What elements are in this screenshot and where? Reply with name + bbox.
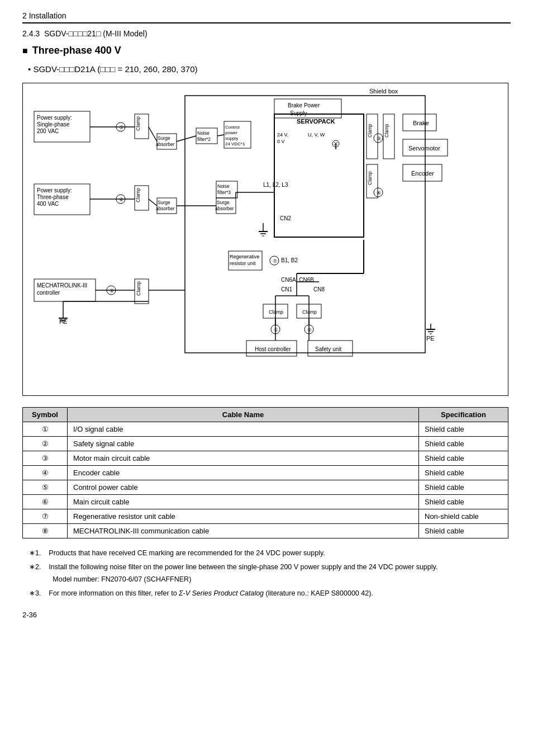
svg-text:Clamp: Clamp xyxy=(269,309,283,315)
table-cell-specification: Shield cable xyxy=(419,451,508,466)
svg-text:⑥: ⑥ xyxy=(119,197,123,202)
table-cell-specification: Non-shield cable xyxy=(419,509,508,524)
mechatrolink-label: MECHATROLINK-III xyxy=(37,282,87,289)
table-header-specification: Specification xyxy=(419,408,508,422)
servomotor-label: Servomotor xyxy=(408,145,440,152)
table-cell-symbol: ① xyxy=(23,422,68,437)
cn1-label: CN1 xyxy=(281,286,292,292)
footnotes: ∗1. Products that have received CE marki… xyxy=(22,547,511,599)
svg-text:Clamp: Clamp xyxy=(135,188,141,202)
svg-text:Regenerative: Regenerative xyxy=(230,254,260,259)
svg-text:Clamp: Clamp xyxy=(135,116,141,131)
table-cell-specification: Shield cable xyxy=(419,480,508,495)
table-cell-cable-name: Safety signal cable xyxy=(68,437,419,451)
brake-label: Brake xyxy=(413,120,429,126)
table-cell-cable-name: Encoder cable xyxy=(68,466,419,480)
footnote-3: ∗3. For more information on this filter,… xyxy=(22,588,511,599)
svg-text:Clamp: Clamp xyxy=(367,124,373,138)
table-row: ⑤Control power cableShield cable xyxy=(23,480,508,495)
power-supply-2-label: Power supply: xyxy=(37,187,72,193)
svg-text:Surge: Surge xyxy=(158,200,170,205)
pe-label-right: PE xyxy=(426,335,435,342)
svg-line-52 xyxy=(177,136,196,141)
table-cell-symbol: ② xyxy=(23,437,68,451)
footnote-1: ∗1. Products that have received CE marki… xyxy=(22,547,511,559)
table-row: ②Safety signal cableShield cable xyxy=(23,437,508,451)
servopack-label: SERVOPACK xyxy=(297,118,335,125)
table-cell-symbol: ④ xyxy=(23,466,68,480)
table-row: ①I/O signal cableShield cable xyxy=(23,422,508,437)
cn8-label: CN8 xyxy=(313,286,325,292)
svg-text:Clamp: Clamp xyxy=(367,171,373,185)
table-cell-symbol: ⑤ xyxy=(23,480,68,495)
table-cell-cable-name: Control power cable xyxy=(68,480,419,495)
svg-text:Three-phase: Three-phase xyxy=(37,194,69,200)
svg-line-51 xyxy=(149,127,157,141)
svg-text:resistor unit: resistor unit xyxy=(230,261,256,266)
table-row: ③Motor main circuit cableShield cable xyxy=(23,451,508,466)
svg-text:①: ① xyxy=(274,327,278,333)
table-row: ⑧MECHATROLINK-III communication cableShi… xyxy=(23,524,508,538)
svg-line-54 xyxy=(149,199,157,206)
table-header-cable-name: Cable Name xyxy=(68,408,419,422)
table-cell-cable-name: I/O signal cable xyxy=(68,422,419,437)
svg-text:Clamp: Clamp xyxy=(384,124,389,138)
table-cell-specification: Shield cable xyxy=(419,495,508,509)
table-cell-cable-name: Motor main circuit cable xyxy=(68,451,419,466)
svg-text:Clamp: Clamp xyxy=(136,281,141,296)
safety-unit-label: Safety unit xyxy=(315,346,341,352)
table-cell-cable-name: Main circuit cable xyxy=(68,495,419,509)
svg-text:②: ② xyxy=(307,327,312,333)
svg-text:Surge: Surge xyxy=(158,135,170,141)
table-row: ④Encoder cableShield cable xyxy=(23,466,508,480)
cn2-label: CN2 xyxy=(280,215,291,221)
table-cell-cable-name: Regenerative resistor unit cable xyxy=(68,509,419,524)
table-cell-specification: Shield cable xyxy=(419,422,508,437)
svg-text:Noise: Noise xyxy=(217,183,230,189)
subsection-title: Three-phase 400 V xyxy=(22,45,511,56)
voltage-label: 24 V, xyxy=(277,132,288,138)
l1l2l3-label: L1, L2, L3 xyxy=(263,182,288,188)
shield-box-label: Shield box xyxy=(369,88,398,94)
svg-text:Control: Control xyxy=(225,125,240,130)
svg-text:supply: supply xyxy=(225,136,238,141)
encoder-label: Encoder xyxy=(411,170,434,177)
page-header: 2 Installation xyxy=(22,11,511,23)
svg-text:⑤: ⑤ xyxy=(119,125,123,130)
svg-text:Single-phase: Single-phase xyxy=(37,121,70,127)
table-cell-specification: Shield cable xyxy=(419,437,508,451)
uvw-label: U, V, W xyxy=(308,132,325,138)
svg-text:24 VDC*1: 24 VDC*1 xyxy=(225,141,245,147)
table-cell-symbol: ⑧ xyxy=(23,524,68,538)
bullet-title: • SGDV-□□□D21A (□□□ = 210, 260, 280, 370… xyxy=(28,64,511,74)
svg-text:filter*2: filter*2 xyxy=(197,136,211,142)
cable-table: Symbol Cable Name Specification ①I/O sig… xyxy=(22,407,508,538)
wiring-diagram: Shield box Power supply: Single-phase 20… xyxy=(23,83,508,396)
table-row: ⑥Main circuit cableShield cable xyxy=(23,495,508,509)
brake-power-supply-label: Brake Power xyxy=(288,102,320,108)
power-supply-1-label: Power supply: xyxy=(37,115,72,121)
pe-label-left: PE xyxy=(59,318,68,325)
svg-line-53 xyxy=(217,135,224,136)
table-cell-specification: Shield cable xyxy=(419,466,508,480)
svg-text:Surge: Surge xyxy=(217,200,230,205)
diagram-container: Shield box Power supply: Single-phase 20… xyxy=(22,83,508,396)
footnote-2: ∗2. Install the following noise filter o… xyxy=(22,561,511,585)
svg-text:Clamp: Clamp xyxy=(302,309,317,315)
section-title: 2.4.3 SGDV-□□□□21□ (M-III Model) xyxy=(22,29,511,38)
table-header-symbol: Symbol xyxy=(23,408,68,422)
svg-text:absorber: absorber xyxy=(156,141,175,147)
table-cell-symbol: ⑦ xyxy=(23,509,68,524)
svg-text:⑦: ⑦ xyxy=(273,258,277,264)
table-cell-symbol: ⑥ xyxy=(23,495,68,509)
svg-text:200 VAC: 200 VAC xyxy=(37,128,59,134)
svg-text:④: ④ xyxy=(377,190,381,196)
svg-text:filter*3: filter*3 xyxy=(217,190,231,195)
table-cell-symbol: ③ xyxy=(23,451,68,466)
table-cell-cable-name: MECHATROLINK-III communication cable xyxy=(68,524,419,538)
svg-text:absorber: absorber xyxy=(156,206,175,211)
svg-text:absorber: absorber xyxy=(215,206,234,211)
svg-text:power: power xyxy=(225,130,237,135)
svg-text:400 VAC: 400 VAC xyxy=(37,201,59,207)
host-controller-label: Host controller xyxy=(255,346,291,352)
